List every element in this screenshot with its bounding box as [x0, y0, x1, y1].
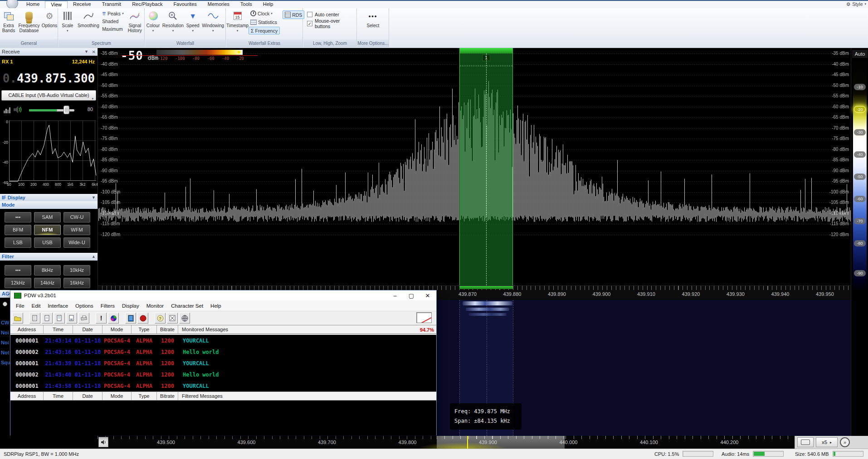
filter-button-14khz[interactable]: 14kHz: [34, 278, 61, 288]
speaker-button[interactable]: [98, 437, 108, 447]
help-button[interactable]: ?: [155, 313, 166, 324]
mode-button-bfm[interactable]: BFM: [5, 225, 31, 235]
if-display-header[interactable]: IF Display ▼: [0, 194, 98, 202]
pdw-column-bitrate[interactable]: Bitrate: [157, 392, 178, 400]
doc-save-button[interactable]: [66, 313, 77, 324]
equalizer-icon[interactable]: [4, 107, 11, 113]
windowing-button[interactable]: Windowing ▾: [202, 8, 224, 33]
shaded-button[interactable]: Shaded: [100, 17, 126, 25]
collapse-icon[interactable]: ▼: [84, 48, 88, 56]
pdw-menu-help[interactable]: Help: [207, 303, 225, 309]
band-top-bar[interactable]: [460, 48, 512, 53]
pdw-column-date[interactable]: Date: [73, 392, 102, 400]
mode-button-cw-u[interactable]: CW-U: [63, 212, 90, 222]
range-label--60[interactable]: -60: [854, 196, 866, 202]
pdw-column-mode[interactable]: Mode: [102, 325, 132, 333]
audio-device-dropdown[interactable]: CABLE Input (VB-Audio Virtual Cable) ▾: [1, 90, 96, 101]
pdw-column-messages[interactable]: Monitored Messages: [178, 327, 436, 332]
select-button[interactable]: ••• Select: [367, 8, 380, 28]
close-icon[interactable]: ✕: [92, 48, 96, 56]
pdw-menu-character-set[interactable]: Character Set: [167, 303, 207, 309]
mode-button-sam[interactable]: SAM: [34, 212, 61, 222]
pdw-column-date[interactable]: Date: [73, 325, 102, 333]
ribbon-tab-receive[interactable]: Receive: [68, 1, 97, 8]
timestamp-button[interactable]: 15 Timestamp ▾: [226, 8, 249, 33]
mode-button--[interactable]: •••: [5, 212, 31, 222]
range-label--50[interactable]: -50: [854, 174, 866, 180]
collapse-icon[interactable]: ▼: [92, 194, 96, 202]
doc-paste-button[interactable]: [42, 313, 53, 324]
pdw-menu-interface[interactable]: Interface: [44, 303, 72, 309]
mode-button-wide-u[interactable]: Wide-U: [63, 237, 90, 248]
waterfall-colorbar[interactable]: [156, 50, 243, 55]
style-control[interactable]: ⚙ Style ▾: [846, 1, 866, 7]
pdw-monitored-header[interactable]: AddressTimeDateModeTypeBitrateMonitored …: [10, 325, 436, 334]
range-label--70[interactable]: -70: [854, 218, 866, 224]
rds-button[interactable]: RDS: [283, 10, 304, 19]
print-button[interactable]: [78, 313, 89, 324]
pdw-message-row[interactable]: 000000221:43:4001-11-18POCSAG-4ALPHA1200…: [10, 369, 436, 380]
range-label--10[interactable]: -10: [854, 84, 866, 90]
pdw-message-row[interactable]: 000000221:43:1601-11-18POCSAG-4ALPHA1200…: [10, 346, 436, 358]
app-menu-button[interactable]: [6, 0, 18, 9]
color-wheel-button[interactable]: [108, 313, 119, 324]
ribbon-tab-favourites[interactable]: Favourites: [168, 1, 202, 8]
pdw-message-row[interactable]: 000000121:43:3901-11-18POCSAG-4ALPHA1200…: [10, 358, 436, 369]
zoom-level-button[interactable]: x5 ▸: [816, 437, 838, 447]
pdw-window[interactable]: PDW v3.2b01 – ▢ ✕ FileEditInterfaceOptio…: [10, 290, 437, 435]
pdw-column-type[interactable]: Type: [132, 325, 157, 333]
globe-button[interactable]: [179, 313, 190, 324]
pdw-menu-monitor[interactable]: Monitor: [143, 303, 167, 309]
auto-range-button[interactable]: Auto: [852, 50, 868, 58]
pdw-column-messages[interactable]: Filtered Messages: [178, 393, 436, 399]
auto-center-checkbox[interactable]: Auto center: [307, 10, 339, 18]
range-label--90[interactable]: -90: [854, 270, 866, 276]
pdw-filtered-header[interactable]: AddressTimeDateModeTypeBitrateFiltered M…: [10, 391, 436, 401]
pdw-column-address[interactable]: Address: [10, 325, 44, 333]
minimize-button[interactable]: –: [392, 292, 398, 299]
alert-button[interactable]: !: [96, 313, 107, 324]
pdw-title-bar[interactable]: PDW v3.2b01 – ▢ ✕: [10, 290, 436, 300]
agc-radio-button[interactable]: [3, 302, 7, 306]
mode-button-lsb[interactable]: LSB: [5, 237, 31, 248]
volume-slider-handle[interactable]: [63, 106, 69, 114]
range-label--80[interactable]: -80: [854, 240, 866, 246]
pdw-column-mode[interactable]: Mode: [102, 392, 132, 400]
ribbon-tab-home[interactable]: Home: [21, 1, 45, 8]
range-label--20[interactable]: -20: [854, 106, 866, 112]
filter-button-8khz[interactable]: 8kHz: [34, 265, 61, 275]
doc-list-button[interactable]: [54, 313, 65, 324]
frequency-database-button[interactable]: Frequency Database: [17, 8, 41, 33]
speaker-icon[interactable]: [13, 105, 23, 114]
filter-button[interactable]: [167, 313, 178, 324]
pdw-column-bitrate[interactable]: Bitrate: [157, 325, 178, 333]
continuous-tune-button[interactable]: »: [840, 437, 850, 447]
pdw-menu-options[interactable]: Options: [72, 303, 97, 309]
colour-button[interactable]: Colour ▾: [146, 8, 160, 33]
mouse-over-buttons-checkbox[interactable]: ✓ Mouse-over buttons: [307, 19, 356, 27]
resolution-button[interactable]: Resolution ▾: [162, 8, 184, 33]
maximize-button[interactable]: ▢: [408, 292, 414, 299]
band-overview-bar[interactable]: 439.500439.600439.700439.800439.900440.0…: [98, 436, 868, 449]
maximum-button[interactable]: Maximum: [100, 25, 126, 33]
options-button[interactable]: ⚙ Options: [41, 8, 58, 28]
filter-button--[interactable]: •••: [5, 265, 31, 275]
range-label--30[interactable]: -30: [854, 129, 866, 135]
tuned-signal-band[interactable]: 1: [459, 48, 513, 285]
ribbon-tab-rec-playback[interactable]: Rec/Playback: [127, 1, 168, 8]
receive-panel-header[interactable]: Receive ▼ ✕: [0, 48, 98, 56]
smoothing-button[interactable]: Smoothing: [76, 8, 100, 28]
pdw-menu-edit[interactable]: Edit: [28, 303, 44, 309]
pdw-column-time[interactable]: Time: [44, 392, 73, 400]
mode-header[interactable]: Mode: [0, 201, 98, 209]
frequency-display[interactable]: 0.439.875.300: [0, 67, 98, 90]
pdw-menu-file[interactable]: File: [12, 303, 28, 309]
filter-button-16khz[interactable]: 16kHz: [63, 278, 90, 288]
statistics-button[interactable]: Statistics: [249, 18, 280, 26]
terminal-button[interactable]: [125, 313, 136, 324]
signal-history-button[interactable]: Signal History: [126, 8, 144, 33]
filter-header[interactable]: Filter ▲: [0, 253, 98, 261]
clock-button[interactable]: Clock ▾: [249, 10, 280, 17]
peaks-button[interactable]: ⇈ Peaks ▾: [100, 10, 126, 17]
ribbon-tab-help[interactable]: Help: [258, 1, 279, 8]
